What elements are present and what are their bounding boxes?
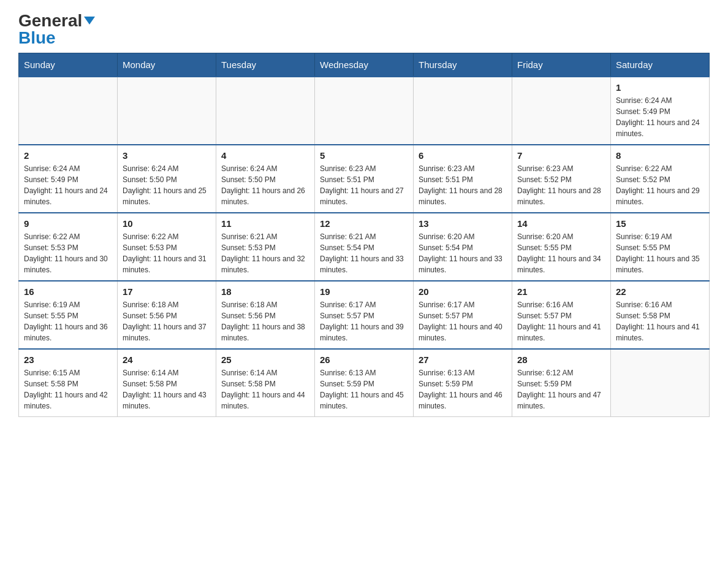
day-number: 14: [517, 218, 605, 229]
week-row: 9Sunrise: 6:22 AM Sunset: 5:53 PM Daylig…: [19, 213, 710, 281]
day-number: 20: [419, 286, 507, 297]
calendar-cell: 28Sunrise: 6:12 AM Sunset: 5:59 PM Dayli…: [512, 349, 611, 417]
calendar-cell: 19Sunrise: 6:17 AM Sunset: 5:57 PM Dayli…: [315, 281, 414, 349]
day-number: 27: [419, 354, 507, 365]
day-info: Sunrise: 6:18 AM Sunset: 5:56 PM Dayligh…: [123, 299, 211, 343]
day-number: 12: [320, 218, 408, 229]
calendar-cell: 22Sunrise: 6:16 AM Sunset: 5:58 PM Dayli…: [611, 281, 710, 349]
day-number: 22: [616, 286, 704, 297]
calendar-cell: 15Sunrise: 6:19 AM Sunset: 5:55 PM Dayli…: [611, 213, 710, 281]
week-row: 2Sunrise: 6:24 AM Sunset: 5:49 PM Daylig…: [19, 145, 710, 213]
calendar-cell: 12Sunrise: 6:21 AM Sunset: 5:54 PM Dayli…: [315, 213, 414, 281]
day-info: Sunrise: 6:16 AM Sunset: 5:58 PM Dayligh…: [616, 299, 704, 343]
calendar-cell: [414, 77, 512, 145]
calendar-cell: 9Sunrise: 6:22 AM Sunset: 5:53 PM Daylig…: [19, 213, 118, 281]
day-of-week-header: Tuesday: [216, 53, 315, 77]
day-number: 5: [320, 150, 408, 161]
day-info: Sunrise: 6:23 AM Sunset: 5:52 PM Dayligh…: [517, 163, 605, 207]
day-number: 25: [221, 354, 309, 365]
calendar-cell: [216, 77, 315, 145]
calendar-cell: 2Sunrise: 6:24 AM Sunset: 5:49 PM Daylig…: [19, 145, 118, 213]
day-info: Sunrise: 6:24 AM Sunset: 5:50 PM Dayligh…: [221, 163, 309, 207]
calendar-table: SundayMondayTuesdayWednesdayThursdayFrid…: [18, 53, 710, 417]
calendar-cell: 23Sunrise: 6:15 AM Sunset: 5:58 PM Dayli…: [19, 349, 118, 417]
day-info: Sunrise: 6:16 AM Sunset: 5:57 PM Dayligh…: [517, 299, 605, 343]
day-info: Sunrise: 6:15 AM Sunset: 5:58 PM Dayligh…: [24, 367, 112, 412]
day-info: Sunrise: 6:20 AM Sunset: 5:54 PM Dayligh…: [419, 231, 507, 275]
day-info: Sunrise: 6:22 AM Sunset: 5:52 PM Dayligh…: [616, 163, 704, 207]
calendar-cell: [118, 77, 216, 145]
calendar-cell: [512, 77, 611, 145]
calendar-cell: 24Sunrise: 6:14 AM Sunset: 5:58 PM Dayli…: [118, 349, 216, 417]
day-info: Sunrise: 6:12 AM Sunset: 5:59 PM Dayligh…: [517, 367, 605, 412]
calendar-cell: [611, 349, 710, 417]
day-info: Sunrise: 6:13 AM Sunset: 5:59 PM Dayligh…: [320, 367, 408, 412]
calendar-cell: 14Sunrise: 6:20 AM Sunset: 5:55 PM Dayli…: [512, 213, 611, 281]
calendar-cell: 8Sunrise: 6:22 AM Sunset: 5:52 PM Daylig…: [611, 145, 710, 213]
week-row: 23Sunrise: 6:15 AM Sunset: 5:58 PM Dayli…: [19, 349, 710, 417]
day-number: 4: [221, 150, 309, 161]
day-of-week-header: Wednesday: [315, 53, 414, 77]
calendar-cell: [315, 77, 414, 145]
logo-blue-text: Blue: [18, 29, 56, 47]
day-number: 8: [616, 150, 704, 161]
calendar-cell: 27Sunrise: 6:13 AM Sunset: 5:59 PM Dayli…: [414, 349, 512, 417]
day-number: 26: [320, 354, 408, 365]
logo-triangle-icon: [84, 17, 95, 25]
day-info: Sunrise: 6:20 AM Sunset: 5:55 PM Dayligh…: [517, 231, 605, 275]
day-info: Sunrise: 6:19 AM Sunset: 5:55 PM Dayligh…: [616, 231, 704, 275]
week-row: 16Sunrise: 6:19 AM Sunset: 5:55 PM Dayli…: [19, 281, 710, 349]
calendar-cell: 4Sunrise: 6:24 AM Sunset: 5:50 PM Daylig…: [216, 145, 315, 213]
day-number: 13: [419, 218, 507, 229]
calendar-cell: 1Sunrise: 6:24 AM Sunset: 5:49 PM Daylig…: [611, 77, 710, 145]
day-info: Sunrise: 6:14 AM Sunset: 5:58 PM Dayligh…: [221, 367, 309, 412]
calendar-cell: 6Sunrise: 6:23 AM Sunset: 5:51 PM Daylig…: [414, 145, 512, 213]
calendar-cell: 3Sunrise: 6:24 AM Sunset: 5:50 PM Daylig…: [118, 145, 216, 213]
day-info: Sunrise: 6:13 AM Sunset: 5:59 PM Dayligh…: [419, 367, 507, 412]
day-of-week-header: Monday: [118, 53, 216, 77]
day-info: Sunrise: 6:17 AM Sunset: 5:57 PM Dayligh…: [320, 299, 408, 343]
day-number: 15: [616, 218, 704, 229]
calendar-header-row: SundayMondayTuesdayWednesdayThursdayFrid…: [19, 53, 710, 77]
calendar-cell: 17Sunrise: 6:18 AM Sunset: 5:56 PM Dayli…: [118, 281, 216, 349]
day-number: 24: [123, 354, 211, 365]
page-header: General Blue: [18, 12, 710, 47]
calendar-cell: 20Sunrise: 6:17 AM Sunset: 5:57 PM Dayli…: [414, 281, 512, 349]
calendar-cell: 18Sunrise: 6:18 AM Sunset: 5:56 PM Dayli…: [216, 281, 315, 349]
calendar-cell: 26Sunrise: 6:13 AM Sunset: 5:59 PM Dayli…: [315, 349, 414, 417]
calendar-cell: [19, 77, 118, 145]
calendar-cell: 10Sunrise: 6:22 AM Sunset: 5:53 PM Dayli…: [118, 213, 216, 281]
week-row: 1Sunrise: 6:24 AM Sunset: 5:49 PM Daylig…: [19, 77, 710, 145]
day-of-week-header: Saturday: [611, 53, 710, 77]
logo: General Blue: [18, 12, 95, 47]
day-number: 18: [221, 286, 309, 297]
day-number: 1: [616, 82, 704, 93]
day-info: Sunrise: 6:22 AM Sunset: 5:53 PM Dayligh…: [24, 231, 112, 275]
day-number: 23: [24, 354, 112, 365]
day-number: 10: [123, 218, 211, 229]
logo-general-text: General: [18, 12, 95, 29]
day-info: Sunrise: 6:21 AM Sunset: 5:54 PM Dayligh…: [320, 231, 408, 275]
day-number: 7: [517, 150, 605, 161]
day-number: 2: [24, 150, 112, 161]
day-info: Sunrise: 6:19 AM Sunset: 5:55 PM Dayligh…: [24, 299, 112, 343]
day-number: 6: [419, 150, 507, 161]
calendar-cell: 21Sunrise: 6:16 AM Sunset: 5:57 PM Dayli…: [512, 281, 611, 349]
calendar-cell: 11Sunrise: 6:21 AM Sunset: 5:53 PM Dayli…: [216, 213, 315, 281]
day-info: Sunrise: 6:22 AM Sunset: 5:53 PM Dayligh…: [123, 231, 211, 275]
day-info: Sunrise: 6:21 AM Sunset: 5:53 PM Dayligh…: [221, 231, 309, 275]
day-info: Sunrise: 6:24 AM Sunset: 5:50 PM Dayligh…: [123, 163, 211, 207]
day-number: 17: [123, 286, 211, 297]
day-of-week-header: Thursday: [414, 53, 512, 77]
day-number: 9: [24, 218, 112, 229]
day-info: Sunrise: 6:24 AM Sunset: 5:49 PM Dayligh…: [24, 163, 112, 207]
day-number: 28: [517, 354, 605, 365]
calendar-cell: 13Sunrise: 6:20 AM Sunset: 5:54 PM Dayli…: [414, 213, 512, 281]
day-number: 19: [320, 286, 408, 297]
day-number: 21: [517, 286, 605, 297]
day-number: 16: [24, 286, 112, 297]
day-info: Sunrise: 6:14 AM Sunset: 5:58 PM Dayligh…: [123, 367, 211, 412]
day-info: Sunrise: 6:23 AM Sunset: 5:51 PM Dayligh…: [320, 163, 408, 207]
day-number: 3: [123, 150, 211, 161]
day-of-week-header: Sunday: [19, 53, 118, 77]
